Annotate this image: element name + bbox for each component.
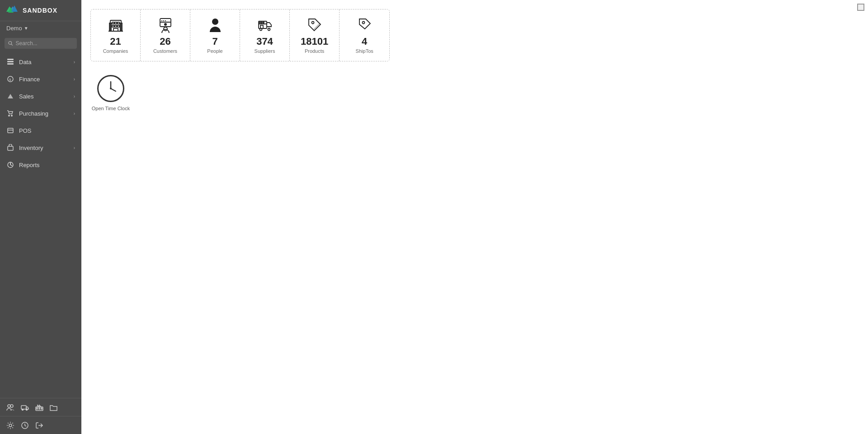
chevron-icon: › [74, 77, 75, 82]
svg-rect-33 [112, 25, 114, 27]
shiptos-tag-icon [356, 17, 373, 33]
nav-label-data: Data [19, 59, 31, 65]
nav-item-pos[interactable]: POS [0, 122, 81, 139]
products-tag-icon [307, 17, 323, 33]
pos-icon [6, 126, 14, 135]
nav-label-inventory: Inventory [19, 145, 43, 151]
suppliers-icon [257, 17, 273, 33]
svg-point-55 [268, 28, 270, 31]
svg-point-19 [10, 405, 13, 407]
svg-point-12 [9, 115, 9, 116]
main-content: 21 Companies 26 Customers [81, 0, 868, 434]
nav-label-pos: POS [19, 127, 31, 134]
svg-point-61 [110, 88, 112, 89]
nav-item-inventory[interactable]: Inventory › [0, 139, 81, 156]
svg-text:$: $ [9, 78, 11, 82]
folder-icon[interactable] [50, 403, 58, 411]
svg-point-47 [212, 19, 218, 25]
nav-item-reports[interactable]: Reports [0, 156, 81, 173]
svg-rect-35 [118, 25, 119, 27]
shiptos-count: 4 [362, 36, 367, 47]
stat-card-shiptos[interactable]: 4 ShipTos [340, 9, 389, 61]
svg-rect-36 [113, 28, 118, 31]
companies-count: 21 [110, 36, 121, 47]
svg-point-18 [8, 405, 10, 407]
svg-point-50 [259, 22, 260, 23]
data-icon [6, 58, 14, 66]
people-group-icon[interactable] [6, 403, 14, 411]
sidebar-header: SANDBOX [0, 0, 81, 21]
svg-rect-8 [7, 61, 14, 62]
stat-card-suppliers[interactable]: 374 Suppliers [240, 9, 290, 61]
companies-label: Companies [103, 48, 128, 54]
clock-face [97, 75, 124, 102]
person-icon [207, 17, 223, 33]
nav-label-purchasing: Purchasing [19, 110, 48, 117]
svg-rect-16 [8, 146, 13, 150]
bottom-toolbar-1 [0, 398, 81, 416]
building-icon [108, 17, 124, 33]
svg-point-22 [26, 409, 28, 411]
products-label: Products [305, 48, 324, 54]
stat-card-products[interactable]: 18101 Products [290, 9, 340, 61]
app-logo [6, 5, 19, 15]
svg-point-58 [363, 22, 365, 24]
chevron-icon: › [74, 145, 75, 150]
chevron-icon: › [74, 111, 75, 116]
svg-rect-7 [7, 59, 14, 60]
svg-rect-14 [8, 128, 13, 133]
svg-point-27 [9, 424, 12, 427]
stat-card-companies[interactable]: 21 Companies [91, 9, 141, 61]
factory-icon[interactable] [35, 403, 43, 411]
clock-svg [99, 76, 123, 101]
sidebar: SANDBOX Demo ▼ Data [0, 0, 81, 434]
svg-point-21 [22, 409, 24, 411]
search-box [5, 38, 77, 49]
user-menu[interactable]: Demo ▼ [0, 21, 81, 35]
svg-point-52 [263, 22, 264, 23]
svg-point-54 [259, 28, 262, 31]
svg-point-5 [9, 42, 12, 45]
svg-rect-26 [41, 408, 42, 409]
clock-icon[interactable] [21, 421, 29, 429]
customers-icon [157, 17, 174, 33]
logout-icon[interactable] [35, 421, 43, 429]
suppliers-count: 374 [256, 36, 273, 47]
customers-label: Customers [153, 48, 177, 54]
search-input[interactable] [16, 40, 73, 47]
people-label: People [207, 48, 222, 54]
nav-items: Data › $ Finance › [0, 51, 81, 398]
svg-point-51 [261, 22, 262, 23]
chevron-icon: › [74, 94, 75, 99]
bottom-toolbar-2 [0, 416, 81, 434]
search-icon [8, 41, 13, 46]
svg-rect-20 [21, 406, 26, 409]
svg-point-13 [11, 115, 12, 116]
svg-rect-34 [115, 25, 117, 27]
nav-item-sales[interactable]: Sales › [0, 88, 81, 105]
customers-count: 26 [160, 36, 170, 47]
sales-icon [6, 92, 14, 100]
chevron-icon: › [74, 60, 75, 65]
time-clock-widget[interactable]: Open Time Clock [90, 75, 131, 111]
nav-item-data[interactable]: Data › [0, 53, 81, 70]
stat-card-customers[interactable]: 26 Customers [141, 9, 190, 61]
nav-label-reports: Reports [19, 162, 40, 168]
svg-rect-24 [37, 408, 38, 409]
nav-item-finance[interactable]: $ Finance › [0, 70, 81, 88]
resize-handle[interactable] [857, 4, 864, 11]
settings-icon[interactable] [6, 421, 14, 429]
user-name: Demo [6, 25, 22, 32]
truck-icon[interactable] [21, 403, 29, 411]
svg-point-42 [164, 23, 167, 26]
products-count: 18101 [301, 36, 328, 47]
app-title: SANDBOX [23, 7, 57, 14]
nav-label-finance: Finance [19, 76, 40, 83]
nav-item-purchasing[interactable]: Purchasing › [0, 105, 81, 122]
time-clock-label: Open Time Clock [92, 106, 130, 111]
stat-card-people[interactable]: 7 People [190, 9, 240, 61]
chevron-down-icon: ▼ [24, 26, 28, 31]
shiptos-label: ShipTos [356, 48, 373, 54]
svg-point-56 [311, 22, 314, 24]
suppliers-label: Suppliers [255, 48, 275, 54]
